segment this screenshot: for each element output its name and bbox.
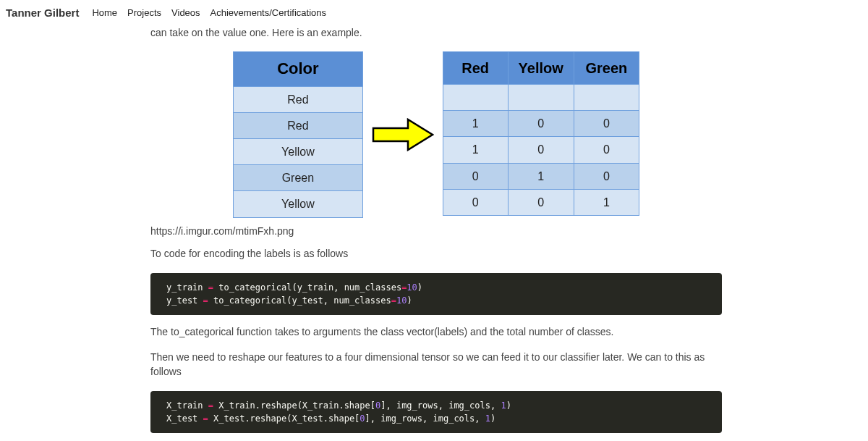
code-block-encode[interactable]: y_train = to_categorical(y_train, num_cl… [150, 273, 722, 315]
encoded-header: Green [574, 52, 639, 85]
to-categorical-explain: The to_categorical function takes to arg… [150, 325, 722, 340]
brand[interactable]: Tanner Gilbert [6, 7, 79, 19]
source-cell: Yellow [234, 191, 362, 217]
encoded-cell: 1 [443, 111, 508, 137]
one-hot-figure: Color Red Red Yellow Green Yellow Red Ye… [150, 51, 722, 218]
nav-projects[interactable]: Projects [127, 7, 161, 18]
arrow-icon [372, 118, 434, 151]
encoded-cell: 1 [443, 137, 508, 163]
source-table: Color Red Red Yellow Green Yellow [233, 51, 362, 217]
source-cell: Yellow [234, 138, 362, 164]
top-nav: Tanner Gilbert Home Projects Videos Achi… [0, 0, 868, 25]
article-body: works better with classification and reg… [150, 0, 722, 441]
encode-intro: To code for encoding the labels is as fo… [150, 247, 722, 261]
encoded-header: Yellow [508, 52, 574, 85]
encoded-cell: 0 [508, 137, 574, 163]
encoded-cell: 0 [574, 111, 639, 137]
encoded-cell: 1 [508, 163, 574, 189]
nav-videos[interactable]: Videos [171, 7, 200, 18]
source-cell: Red [234, 112, 362, 138]
encoded-cell: 0 [443, 189, 508, 215]
figure-caption: https://i.imgur.com/mtimFxh.png [150, 225, 722, 237]
encoded-cell: 0 [574, 137, 639, 163]
encoded-header: Red [443, 52, 508, 85]
source-cell: Red [234, 86, 362, 112]
nav-home[interactable]: Home [92, 7, 117, 18]
encoded-cell: 0 [443, 163, 508, 189]
nav-achievements[interactable]: Achievements/Certifications [210, 7, 326, 18]
svg-marker-0 [373, 119, 433, 150]
encoded-table: Red Yellow Green 1 0 0 1 0 0 [443, 51, 639, 216]
encoded-cell: 0 [508, 111, 574, 137]
source-cell: Green [234, 165, 362, 191]
source-header: Color [234, 52, 362, 86]
encoded-cell: 0 [574, 163, 639, 189]
encoded-cell: 1 [574, 189, 639, 215]
reshape-intro: Then we need to reshape our features to … [150, 350, 722, 379]
encoded-cell: 0 [508, 189, 574, 215]
code-block-reshape[interactable]: X_train = X_train.reshape(X_train.shape[… [150, 391, 722, 433]
